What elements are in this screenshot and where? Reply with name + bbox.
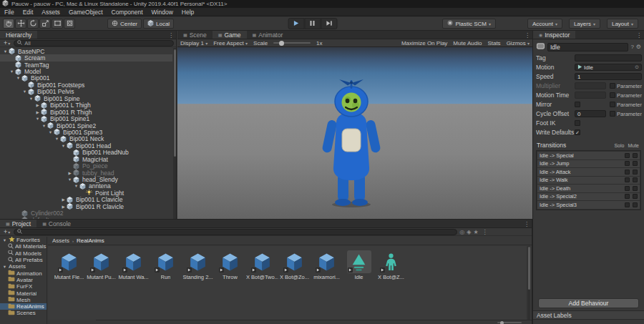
panel-menu-icon[interactable]: ⋮ <box>168 31 174 39</box>
hierarchy-item[interactable]: ▼head_Slendy <box>0 176 172 182</box>
rect-tool-button[interactable] <box>52 19 63 29</box>
hierarchy-item[interactable]: ▼Bip001 Spine2 <box>0 122 172 129</box>
speed-field[interactable]: 1 <box>575 73 642 80</box>
favorites-filter-icon[interactable]: ★ <box>473 229 478 235</box>
favorite-item[interactable]: All Materials <box>0 243 47 250</box>
hierarchy-item[interactable]: Bip001 HeadNub <box>0 149 172 156</box>
hierarchy-item[interactable]: Scream <box>0 54 172 61</box>
expand-arrow-icon[interactable]: ▼ <box>47 130 54 134</box>
mute-audio-toggle[interactable]: Mute Audio <box>453 40 482 46</box>
expand-arrow-icon[interactable]: ▶ <box>34 103 41 107</box>
state-name-input[interactable]: Idle <box>547 43 628 51</box>
solo-checkbox[interactable] <box>625 202 630 207</box>
maximize-on-play-toggle[interactable]: Maximize On Play <box>401 40 447 46</box>
expand-arrow-icon[interactable]: ▼ <box>21 89 28 94</box>
space-toggle-button[interactable]: Local <box>143 19 174 29</box>
panel-menu-icon[interactable]: ⋮ <box>524 220 530 228</box>
hierarchy-item[interactable]: Po_piece <box>0 162 172 169</box>
plastic-scm-button[interactable]: Plastic SCM▾ <box>442 19 496 29</box>
asset-item[interactable]: Mutant Wa... <box>117 250 150 280</box>
rotate-tool-button[interactable] <box>27 19 39 29</box>
hierarchy-item[interactable]: ▼Bip001 <box>0 75 172 82</box>
folder-item[interactable]: Avatar <box>0 277 47 283</box>
menu-window[interactable]: Window <box>147 8 177 16</box>
transform-tool-button[interactable] <box>64 19 75 29</box>
expand-arrow-icon[interactable]: ▼ <box>28 97 34 101</box>
view-tool-button[interactable] <box>3 19 14 29</box>
tab-game[interactable]: ▦Game <box>213 31 247 39</box>
asset-labels-header[interactable]: Asset Labels <box>533 310 644 320</box>
transition-row[interactable]: Idle -> Walk <box>537 177 640 185</box>
asset-item[interactable]: Run <box>150 250 182 280</box>
tab-inspector[interactable]: ◉ Inspector <box>533 31 575 39</box>
mute-checkbox[interactable] <box>633 161 638 166</box>
pause-button[interactable] <box>304 18 321 29</box>
asset-item[interactable]: Idle <box>343 250 375 280</box>
expand-arrow-icon[interactable]: ▶ <box>34 110 41 114</box>
mute-checkbox[interactable] <box>633 177 638 182</box>
hierarchy-item[interactable]: ▶tubby_head <box>0 170 172 176</box>
expand-arrow-icon[interactable]: ▼ <box>54 137 60 141</box>
hierarchy-item[interactable]: ▼BaseNPC <box>0 48 172 54</box>
mute-checkbox[interactable] <box>633 153 638 158</box>
hierarchy-search-input[interactable]: All <box>14 40 174 46</box>
hierarchy-item[interactable]: ▼Bip001 Neck <box>0 136 172 142</box>
gizmos-dropdown[interactable]: Gizmos ▾ <box>507 40 530 46</box>
hierarchy-item[interactable]: ▶Bip001 R Clavicle <box>0 203 172 210</box>
account-dropdown[interactable]: Account▾ <box>527 19 562 29</box>
step-button[interactable] <box>321 18 337 29</box>
asset-item[interactable]: Mutant Fle... <box>53 250 85 280</box>
panel-menu-icon[interactable]: ⋮ <box>482 229 488 235</box>
add-behaviour-button[interactable]: Add Behaviour <box>538 298 639 308</box>
menu-gameobject[interactable]: GameObject <box>64 8 107 16</box>
layout-dropdown[interactable]: Layout▾ <box>607 19 638 29</box>
project-search-input[interactable] <box>14 229 457 235</box>
tab-hierarchy[interactable]: Hierarchy <box>0 31 37 39</box>
solo-checkbox[interactable] <box>625 161 630 166</box>
hierarchy-item[interactable]: ▼Bip001 Spine3 <box>0 129 172 135</box>
solo-checkbox[interactable] <box>625 194 630 199</box>
folder-item[interactable]: Material <box>0 290 47 296</box>
hierarchy-item[interactable]: Cylinder002 <box>0 210 172 217</box>
motion-time-parameter-checkbox[interactable] <box>610 92 615 98</box>
folder-item[interactable]: FurFX <box>0 283 47 290</box>
gear-icon[interactable]: ⚙ <box>636 44 641 50</box>
mute-checkbox[interactable] <box>633 186 638 191</box>
menu-help[interactable]: Help <box>177 8 198 16</box>
multiplier-field[interactable] <box>575 82 606 89</box>
hierarchy-item[interactable]: ▼Model <box>0 68 172 74</box>
transition-row[interactable]: Idle -> Death <box>537 185 640 192</box>
scale-slider[interactable] <box>273 42 311 44</box>
panel-menu-icon[interactable]: ⋮ <box>636 31 642 39</box>
expand-arrow-icon[interactable]: ▼ <box>73 184 79 188</box>
solo-checkbox[interactable] <box>625 177 630 182</box>
menu-component[interactable]: Component <box>107 8 147 16</box>
transition-row[interactable]: Idle -> Attack <box>537 168 640 176</box>
asset-grid-scrollbar[interactable] <box>527 246 530 320</box>
favorite-item[interactable]: All Models <box>0 250 47 257</box>
folder-item[interactable]: Animation <box>0 270 47 276</box>
display-dropdown[interactable]: Display 1 ▾ <box>180 40 208 46</box>
hierarchy-item[interactable]: ▼Bip001 Head <box>0 142 172 149</box>
hierarchy-item[interactable]: TeamTag <box>0 62 172 68</box>
asset-item[interactable]: Throw <box>214 250 246 280</box>
transition-row[interactable]: Idle -> Jump <box>537 160 640 168</box>
expand-arrow-icon[interactable]: ▼ <box>15 76 21 80</box>
hierarchy-item[interactable]: ▼anntena <box>0 183 172 190</box>
favorite-item[interactable]: All Prefabs <box>0 257 47 263</box>
filter-by-type-icon[interactable]: ◎ <box>459 229 464 235</box>
menu-file[interactable]: File <box>0 8 19 16</box>
expand-arrow-icon[interactable]: ▼ <box>9 69 15 74</box>
foot-ik-checkbox[interactable] <box>575 120 580 126</box>
folder-item[interactable]: RealAnims <box>0 303 47 310</box>
move-tool-button[interactable] <box>15 19 26 29</box>
hierarchy-item[interactable]: ▶Bip001 L Clavicle <box>0 197 172 203</box>
breadcrumb-assets[interactable]: Assets <box>52 237 69 244</box>
expand-arrow-icon[interactable]: ▼ <box>2 49 9 54</box>
asset-item[interactable]: X Bot@Zo... <box>278 250 311 280</box>
transition-row[interactable]: Idle -> Special2 <box>537 193 640 201</box>
expand-arrow-icon[interactable]: ▶ <box>60 205 67 209</box>
mirror-checkbox[interactable] <box>575 102 580 107</box>
layers-dropdown[interactable]: Layers▾ <box>569 19 600 29</box>
mute-checkbox[interactable] <box>633 194 638 199</box>
